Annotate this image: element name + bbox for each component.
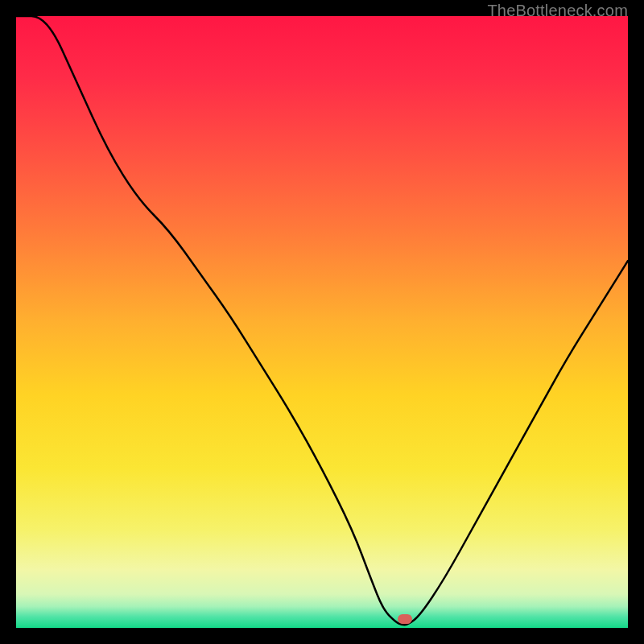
optimal-point-marker	[398, 614, 412, 624]
chart-frame: TheBottleneck.com	[0, 0, 644, 644]
plot-area	[16, 16, 628, 628]
background-gradient	[16, 16, 628, 628]
svg-rect-0	[16, 16, 628, 628]
